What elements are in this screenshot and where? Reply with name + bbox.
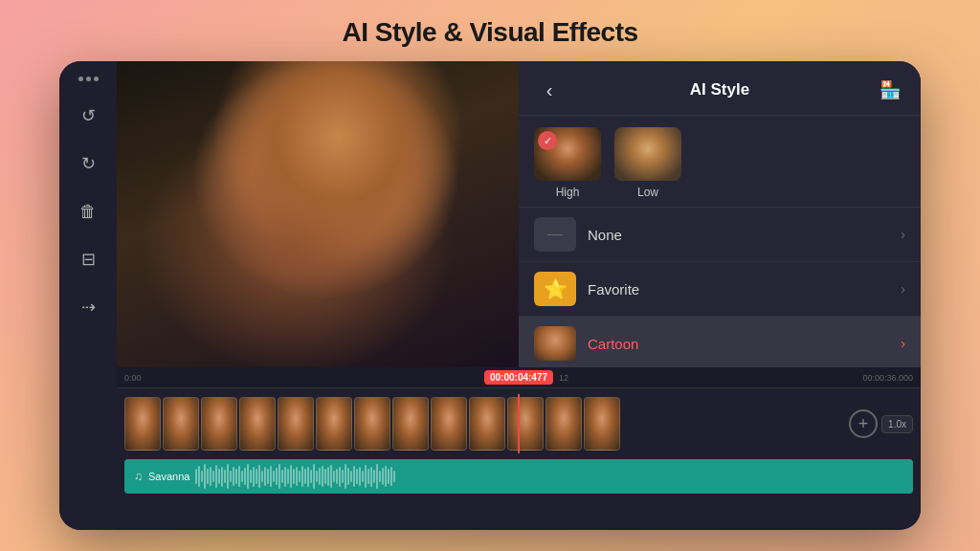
quality-high-label: High (556, 186, 580, 199)
clip-9 (431, 397, 467, 451)
sidebar-icon-delete[interactable]: 🗑 (75, 198, 101, 225)
ruler-end: 00:00:36.000 (862, 373, 913, 383)
quality-low-thumb (614, 127, 681, 181)
quality-low[interactable]: Low (614, 127, 681, 199)
main-area: ‹ AI Style 🏪 ✓ High Low (117, 61, 921, 530)
video-track: + 1.0x (124, 394, 913, 453)
current-time-badge: 00:00:04:477 (484, 370, 553, 385)
style-name-cartoon: Cartoon (588, 336, 901, 352)
quality-low-label: Low (637, 186, 658, 199)
ruler-start: 0:00 (124, 373, 142, 383)
clip-11 (507, 397, 544, 451)
clip-2 (163, 397, 199, 451)
quality-high-thumb: ✓ (534, 127, 601, 181)
style-item-none[interactable]: — None › (519, 208, 921, 262)
quality-selector: ✓ High Low (519, 116, 921, 208)
clip-5 (278, 397, 314, 451)
quality-high[interactable]: ✓ High (534, 127, 601, 199)
track-clips[interactable] (124, 397, 845, 451)
device-frame: ↺ ↻ 🗑 ⊟ ⇢ ‹ AI Style 🏪 (59, 61, 921, 530)
audio-track-row: ♫ Savanna (124, 459, 913, 494)
ai-style-panel: ‹ AI Style 🏪 ✓ High Low (519, 61, 921, 367)
page-title: AI Style & Visual Effects (342, 17, 637, 48)
video-background (117, 61, 519, 367)
style-list: — None › ⭐ Favorite › Cartoon (519, 208, 921, 367)
left-sidebar: ↺ ↻ 🗑 ⊟ ⇢ (59, 61, 117, 530)
timeline-area: 0:00 00:00:04:477 12 00:00:36.000 (117, 367, 921, 528)
sidebar-icon-redo[interactable]: ↻ (75, 150, 101, 177)
panel-title: AI Style (690, 80, 749, 99)
clip-12 (546, 397, 582, 451)
clip-4 (239, 397, 276, 451)
speed-badge: 1.0x (881, 415, 913, 433)
clip-13 (584, 397, 620, 451)
clip-6 (316, 397, 352, 451)
audio-track[interactable]: ♫ Savanna (124, 459, 913, 494)
style-item-favorite[interactable]: ⭐ Favorite › (519, 262, 921, 317)
clip-7 (354, 397, 390, 451)
clip-10 (469, 397, 505, 451)
video-preview (117, 61, 519, 367)
sidebar-icon-undo[interactable]: ↺ (75, 102, 101, 129)
timeline-tracks: + 1.0x ♫ Savanna (117, 388, 921, 528)
style-thumb-favorite: ⭐ (534, 272, 576, 306)
style-thumb-none: — (534, 217, 576, 252)
check-badge: ✓ (538, 131, 557, 150)
timeline-ruler: 0:00 00:00:04:477 12 00:00:36.000 (117, 367, 921, 388)
chevron-cartoon: › (901, 336, 905, 351)
clip-8 (392, 397, 429, 451)
panel-header: ‹ AI Style 🏪 (519, 61, 921, 116)
add-clip-button[interactable]: + (849, 409, 878, 438)
sidebar-icon-layers[interactable]: ⊟ (75, 246, 101, 273)
clip-1 (124, 397, 161, 451)
clip-3 (201, 397, 237, 451)
chevron-none: › (901, 227, 905, 242)
chevron-favorite: › (901, 281, 905, 297)
style-name-none: None (588, 227, 901, 243)
sidebar-icon-export[interactable]: ⇢ (75, 294, 101, 320)
woman-silhouette (117, 61, 519, 367)
ruler-marker-12: 12 (559, 373, 568, 383)
audio-track-name: Savanna (148, 471, 189, 482)
top-section: ‹ AI Style 🏪 ✓ High Low (117, 61, 921, 367)
back-button[interactable]: ‹ (534, 75, 565, 105)
style-item-cartoon[interactable]: Cartoon › (519, 317, 921, 367)
shop-icon[interactable]: 🏪 (875, 75, 905, 105)
sidebar-dots (78, 77, 99, 81)
music-icon: ♫ (134, 470, 143, 483)
style-name-favorite: Favorite (588, 281, 901, 298)
waveform (191, 459, 913, 494)
style-thumb-cartoon (534, 326, 576, 361)
